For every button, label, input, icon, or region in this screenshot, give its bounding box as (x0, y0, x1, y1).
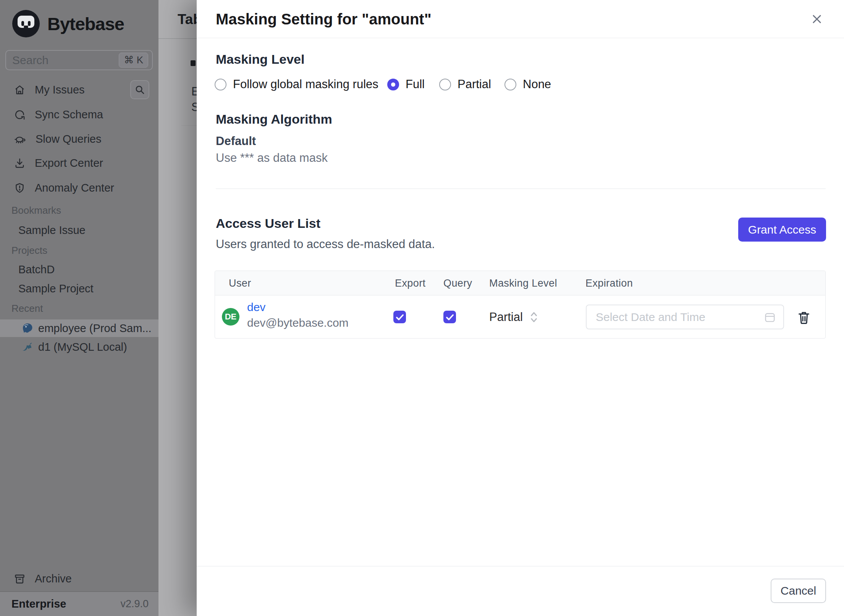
sidebar-item-label: employee (Prod Sam... (38, 322, 152, 335)
shield-icon (14, 182, 26, 194)
select-chevrons-icon (530, 310, 538, 324)
avatar: DE (222, 308, 239, 326)
issue-search-button[interactable] (130, 80, 149, 99)
mysql-icon (21, 341, 33, 353)
sidebar-item-anomaly-center[interactable]: Anomaly Center (0, 177, 158, 198)
app-version: v2.9.0 (120, 598, 149, 610)
radio-partial[interactable]: Partial (439, 76, 491, 93)
column-header-masking-level: Masking Level (489, 271, 557, 295)
user-name-link[interactable]: dev (247, 301, 349, 314)
search-icon (134, 84, 146, 95)
expiration-placeholder: Select Date and Time (596, 311, 705, 324)
search-shortcut-badge: ⌘ K (119, 53, 148, 68)
sidebar-item-d1-db[interactable]: d1 (MySQL Local) (0, 338, 158, 356)
sidebar-item-sample-project[interactable]: Sample Project (0, 280, 158, 297)
sidebar-item-sample-issue[interactable]: Sample Issue (0, 222, 158, 239)
radio-full[interactable]: Full (387, 76, 425, 93)
sidebar-item-label: Anomaly Center (35, 182, 114, 194)
column-header-expiration: Expiration (585, 271, 633, 295)
home-icon (14, 84, 26, 96)
plan-name: Enterprise (11, 598, 66, 610)
sidebar-item-archive[interactable]: Archive (0, 568, 158, 589)
app-logo-text: Bytebase (47, 13, 124, 34)
dialog-title: Masking Setting for "amount" (216, 0, 432, 38)
column-header-export: Export (395, 271, 425, 295)
user-email: dev@bytebase.com (247, 316, 349, 329)
app-logo[interactable]: Bytebase (11, 9, 124, 38)
section-label-recent: Recent (11, 303, 43, 314)
sidebar-item-label: Export Center (35, 157, 103, 169)
radio-icon (439, 79, 451, 90)
masking-algorithm-heading: Masking Algorithm (216, 112, 332, 127)
cancel-button[interactable]: Cancel (771, 579, 826, 603)
divider (158, 38, 197, 39)
masking-level-heading: Masking Level (216, 52, 304, 67)
radio-none[interactable]: None (504, 76, 551, 93)
radio-label: Partial (458, 77, 491, 91)
algorithm-name: Default (216, 134, 256, 148)
divider (197, 566, 844, 566)
export-checkbox[interactable] (393, 311, 406, 323)
search-placeholder: Search (12, 54, 49, 67)
close-icon (810, 12, 824, 26)
sidebar-item-label: My Issues (35, 84, 85, 96)
query-checkbox[interactable] (443, 311, 456, 323)
sidebar-item-label: Slow Queries (36, 133, 101, 145)
background-page-label: E (191, 85, 197, 98)
radio-label: Follow global masking rules (233, 77, 378, 91)
column-header-user: User (229, 271, 251, 295)
sidebar-item-slow-queries[interactable]: Slow Queries (0, 128, 158, 150)
close-button[interactable] (808, 10, 826, 28)
table-icon (191, 60, 197, 66)
sidebar-item-sync-schema[interactable]: Sync Schema (0, 104, 158, 125)
trash-icon (796, 310, 812, 325)
grant-access-button[interactable]: Grant Access (738, 218, 826, 242)
radio-icon (504, 79, 516, 90)
sidebar-item-label: Sync Schema (35, 108, 103, 121)
divider (181, 125, 197, 126)
postgresql-icon (21, 323, 33, 334)
turtle-icon (14, 133, 26, 145)
dialog-header: Masking Setting for "amount" (197, 0, 844, 38)
masking-level-select[interactable]: Partial (489, 310, 538, 324)
background-page-title: Tab (178, 11, 197, 27)
access-user-list-subtitle: Users granted to access de-masked data. (216, 237, 435, 251)
table-header: User Export Query Masking Level Expirati… (215, 271, 825, 295)
column-header-query: Query (443, 271, 472, 295)
divider (216, 189, 826, 189)
radio-label: None (523, 77, 551, 91)
table-row: DE dev dev@bytebase.com Partial (215, 295, 825, 338)
sidebar-item-label: Archive (35, 572, 72, 585)
user-cell: dev dev@bytebase.com (247, 301, 349, 329)
sidebar-item-label: d1 (MySQL Local) (38, 341, 127, 353)
sync-icon (14, 109, 26, 121)
background-page: Tab E S (158, 0, 197, 616)
radio-icon (215, 79, 226, 90)
section-label-bookmarks: Bookmarks (11, 205, 61, 216)
bytebase-logo-icon (11, 9, 40, 38)
screen: Bytebase Search ⌘ K My Issues Sync Schem… (0, 0, 844, 616)
download-icon (14, 157, 26, 169)
archive-icon (14, 573, 26, 585)
plan-footer: Enterprise v2.9.0 (0, 591, 158, 616)
check-icon (445, 312, 455, 322)
search-input[interactable]: Search ⌘ K (5, 50, 153, 70)
radio-icon-checked (387, 79, 399, 90)
delete-user-button[interactable] (795, 309, 812, 326)
masking-setting-dialog: Masking Setting for "amount" Masking Lev… (197, 0, 844, 616)
background-page-label: S (191, 100, 197, 114)
radio-label: Full (406, 77, 425, 91)
expiration-date-input[interactable]: Select Date and Time (586, 305, 784, 329)
sidebar-item-batchd[interactable]: BatchD (0, 261, 158, 278)
masking-level-value: Partial (489, 310, 523, 324)
sidebar-item-export-center[interactable]: Export Center (0, 152, 158, 174)
sidebar-item-employee-db[interactable]: employee (Prod Sam... (0, 319, 158, 337)
access-user-table: User Export Query Masking Level Expirati… (215, 271, 826, 339)
calendar-icon (763, 311, 776, 324)
access-user-list-heading: Access User List (216, 216, 320, 231)
radio-follow-global-rules[interactable]: Follow global masking rules (215, 76, 378, 93)
check-icon (395, 312, 405, 322)
sidebar: Bytebase Search ⌘ K My Issues Sync Schem… (0, 0, 158, 616)
section-label-projects: Projects (11, 245, 47, 256)
algorithm-description: Use *** as data mask (216, 151, 328, 165)
